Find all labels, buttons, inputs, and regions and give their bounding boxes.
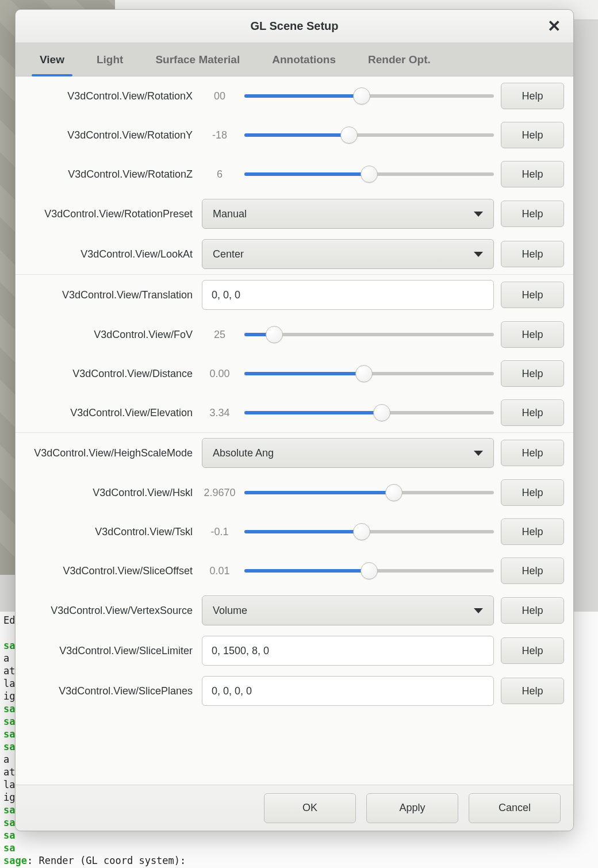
- param-slider[interactable]: [244, 326, 494, 343]
- row-rotationpreset: V3dControl.View/RotationPresetManualHelp: [16, 194, 573, 234]
- param-label: V3dControl.View/RotationZ: [17, 168, 195, 180]
- param-slider[interactable]: [244, 87, 494, 105]
- dropdown-value: Center: [213, 248, 244, 260]
- help-button[interactable]: Help: [501, 519, 564, 545]
- chevron-down-icon: [474, 252, 483, 257]
- chevron-down-icon: [474, 212, 483, 217]
- param-slider[interactable]: [244, 404, 494, 421]
- ok-button[interactable]: OK: [264, 793, 356, 823]
- slider-thumb[interactable]: [355, 365, 373, 382]
- row-tskl: V3dControl.View/Tskl-0.1Help: [16, 512, 573, 551]
- slider-fill: [244, 172, 369, 176]
- slider-thumb[interactable]: [340, 126, 358, 144]
- tab-view[interactable]: View: [24, 43, 80, 76]
- param-value: 2.9670: [202, 487, 237, 499]
- dropdown-value: Volume: [213, 605, 247, 617]
- help-button[interactable]: Help: [501, 637, 564, 664]
- row-translation: V3dControl.View/Translation0, 0, 0Help: [16, 275, 573, 315]
- ok-button-label: OK: [302, 802, 317, 814]
- help-button-label: Help: [522, 407, 543, 419]
- tab-light[interactable]: Light: [80, 43, 139, 76]
- param-dropdown[interactable]: Absolute Ang: [202, 438, 494, 468]
- dropdown-value: Manual: [213, 208, 247, 220]
- tab-render-opt[interactable]: Render Opt.: [352, 43, 447, 76]
- param-slider[interactable]: [244, 166, 494, 183]
- slider-thumb[interactable]: [361, 562, 378, 579]
- param-dropdown[interactable]: Center: [202, 239, 494, 269]
- help-button-label: Help: [522, 526, 543, 538]
- help-button[interactable]: Help: [501, 678, 564, 704]
- row-slicelimiter: V3dControl.View/SliceLimiter0, 1500, 8, …: [16, 631, 573, 671]
- slider-thumb[interactable]: [385, 484, 402, 501]
- param-label: V3dControl.View/FoV: [17, 329, 195, 341]
- param-slider[interactable]: [244, 562, 494, 579]
- slider-fill: [244, 491, 394, 494]
- help-button[interactable]: Help: [501, 360, 564, 387]
- param-slider[interactable]: [244, 126, 494, 144]
- param-label: V3dControl.View/VertexSource: [17, 605, 195, 617]
- gl-scene-setup-dialog: GL Scene Setup ✕ ViewLightSurface Materi…: [15, 9, 574, 831]
- param-slider[interactable]: [244, 484, 494, 501]
- param-text-input[interactable]: 0, 0, 0: [202, 280, 494, 310]
- param-value: -18: [202, 129, 237, 141]
- row-elevation: V3dControl.View/Elevation3.34Help: [16, 393, 573, 432]
- cancel-button[interactable]: Cancel: [469, 793, 561, 823]
- help-button[interactable]: Help: [501, 83, 564, 109]
- param-label: V3dControl.View/RotationX: [17, 90, 195, 102]
- help-button[interactable]: Help: [501, 321, 564, 348]
- param-label: V3dControl.View/SliceLimiter: [17, 645, 195, 657]
- param-text-input[interactable]: 0, 0, 0, 0: [202, 676, 494, 706]
- help-button-label: Help: [522, 168, 543, 180]
- param-label: V3dControl.View/Tskl: [17, 526, 195, 538]
- help-button[interactable]: Help: [501, 282, 564, 308]
- help-button[interactable]: Help: [501, 558, 564, 584]
- param-slider[interactable]: [244, 365, 494, 382]
- close-icon: ✕: [547, 17, 561, 36]
- help-button-label: Help: [522, 447, 543, 459]
- help-button[interactable]: Help: [501, 241, 564, 267]
- slider-fill: [244, 411, 382, 414]
- dialog-footer: OK Apply Cancel: [16, 785, 573, 831]
- help-button-label: Help: [522, 487, 543, 499]
- help-button-label: Help: [522, 90, 543, 102]
- help-button-label: Help: [522, 368, 543, 380]
- help-button[interactable]: Help: [501, 597, 564, 624]
- slider-thumb[interactable]: [266, 326, 283, 343]
- param-value: 00: [202, 90, 237, 102]
- help-button[interactable]: Help: [501, 161, 564, 187]
- row-rotationz: V3dControl.View/RotationZ6Help: [16, 155, 573, 194]
- slider-thumb[interactable]: [353, 523, 370, 540]
- help-button-label: Help: [522, 208, 543, 220]
- help-button[interactable]: Help: [501, 400, 564, 426]
- cancel-button-label: Cancel: [499, 802, 531, 814]
- param-value: 0.00: [202, 368, 237, 380]
- param-slider[interactable]: [244, 523, 494, 540]
- tab-surface-material[interactable]: Surface Material: [139, 43, 256, 76]
- slider-thumb[interactable]: [361, 166, 378, 183]
- help-button[interactable]: Help: [501, 201, 564, 227]
- param-label: V3dControl.View/Hskl: [17, 487, 195, 499]
- tab-annotations[interactable]: Annotations: [256, 43, 352, 76]
- help-button[interactable]: Help: [501, 122, 564, 148]
- slider-fill: [244, 530, 362, 533]
- help-button-label: Help: [522, 645, 543, 657]
- help-button-label: Help: [522, 685, 543, 697]
- help-button-label: Help: [522, 605, 543, 617]
- row-sliceoffset: V3dControl.View/SliceOffset0.01Help: [16, 551, 573, 590]
- help-button[interactable]: Help: [501, 479, 564, 506]
- slider-thumb[interactable]: [373, 404, 390, 421]
- row-sliceplanes: V3dControl.View/SlicePlanes0, 0, 0, 0Hel…: [16, 671, 573, 711]
- text-input-value: 0, 0, 0, 0: [212, 685, 252, 697]
- slider-thumb[interactable]: [353, 87, 370, 105]
- row-heighscalemode: V3dControl.View/HeighScaleModeAbsolute A…: [16, 433, 573, 473]
- help-button[interactable]: Help: [501, 440, 564, 466]
- help-button-label: Help: [522, 248, 543, 260]
- slider-fill: [244, 569, 369, 573]
- param-dropdown[interactable]: Volume: [202, 596, 494, 625]
- help-button-label: Help: [522, 565, 543, 577]
- param-dropdown[interactable]: Manual: [202, 199, 494, 229]
- param-text-input[interactable]: 0, 1500, 8, 0: [202, 636, 494, 666]
- close-button[interactable]: ✕: [545, 17, 563, 36]
- text-input-value: 0, 0, 0: [212, 289, 240, 301]
- apply-button[interactable]: Apply: [366, 793, 458, 823]
